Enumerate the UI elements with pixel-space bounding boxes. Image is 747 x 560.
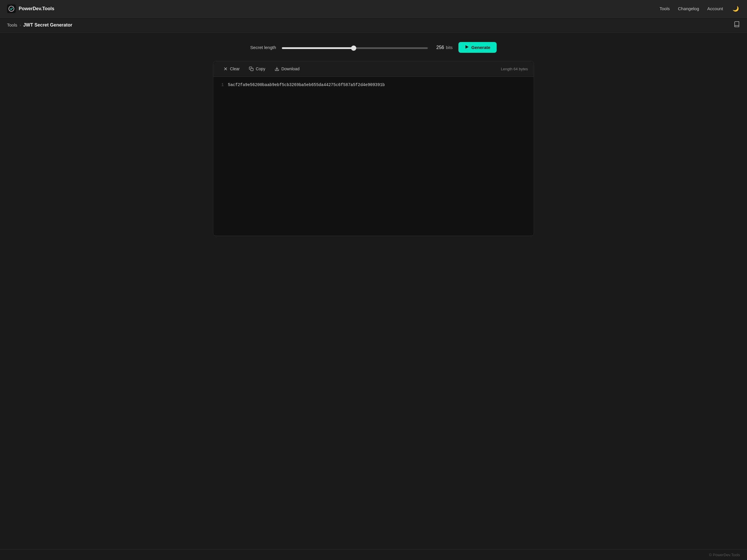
breadcrumb-chevron-icon: › — [20, 23, 21, 27]
length-info: Length 64 bytes — [501, 67, 528, 71]
output-panel: Clear Copy Download Length 64 bytes — [213, 61, 534, 236]
download-button[interactable]: Download — [271, 65, 304, 73]
secret-length-label: Secret length — [250, 45, 276, 50]
svg-point-0 — [9, 6, 14, 11]
main-content: Secret length 256 bits Generate — [0, 33, 747, 550]
bits-display: 256 bits — [434, 45, 453, 50]
breadcrumb: Tools › JWT Secret Generator — [7, 23, 72, 28]
play-icon — [465, 45, 469, 50]
bits-value: 256 — [434, 45, 444, 50]
breadcrumb-current: JWT Secret Generator — [23, 23, 72, 28]
secret-length-slider[interactable] — [282, 47, 428, 49]
breadcrumb-bar: Tools › JWT Secret Generator — [0, 18, 747, 33]
output-toolbar: Clear Copy Download Length 64 bytes — [213, 61, 534, 77]
clear-label: Clear — [230, 66, 239, 71]
footer: © PowerDev.Tools — [0, 550, 747, 560]
navbar: PowerDev.Tools Tools Changelog Account 🌙 — [0, 0, 747, 18]
breadcrumb-root[interactable]: Tools — [7, 23, 17, 27]
generate-button[interactable]: Generate — [458, 42, 497, 53]
secret-value: 5acf2fa9e56200baab9ebf5cb3269ba5eb655da4… — [228, 83, 385, 87]
x-icon — [223, 66, 228, 71]
brand-logo-icon — [7, 4, 16, 13]
controls-row: Secret length 256 bits Generate — [213, 42, 534, 53]
svg-marker-1 — [465, 45, 469, 49]
bits-unit-label: bits — [446, 45, 453, 50]
docs-book-icon[interactable] — [733, 21, 740, 29]
theme-toggle-button[interactable]: 🌙 — [731, 4, 740, 13]
nav-changelog-link[interactable]: Changelog — [678, 6, 699, 11]
brand-logo-link[interactable]: PowerDev.Tools — [7, 4, 54, 13]
copy-button[interactable]: Copy — [245, 65, 269, 73]
svg-rect-4 — [251, 68, 253, 71]
download-label: Download — [281, 66, 300, 71]
brand-name: PowerDev.Tools — [19, 6, 54, 11]
nav-tools-link[interactable]: Tools — [660, 6, 670, 11]
line-numbers: 1 — [213, 81, 228, 231]
output-text: 5acf2fa9e56200baab9ebf5cb3269ba5eb655da4… — [228, 81, 534, 231]
generate-label: Generate — [471, 45, 490, 50]
output-content: 1 5acf2fa9e56200baab9ebf5cb3269ba5eb655d… — [213, 77, 534, 236]
download-icon — [275, 66, 279, 71]
navbar-right: Tools Changelog Account 🌙 — [660, 4, 740, 13]
slider-container — [282, 45, 428, 50]
clear-button[interactable]: Clear — [219, 65, 243, 73]
footer-copyright: © PowerDev.Tools — [709, 553, 740, 557]
nav-account-link[interactable]: Account — [707, 6, 723, 11]
line-number-1: 1 — [222, 83, 224, 87]
copy-label: Copy — [256, 66, 265, 71]
copy-icon — [249, 66, 254, 71]
